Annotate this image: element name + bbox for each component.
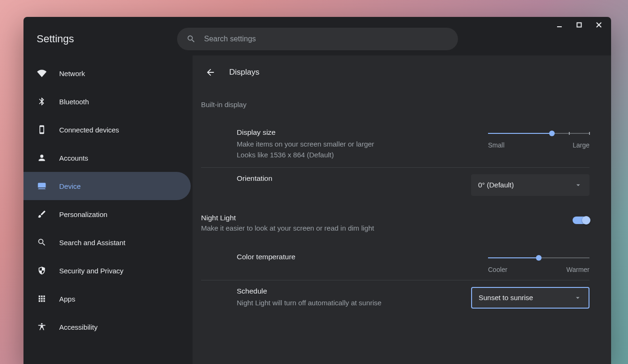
sidebar-item-apps[interactable]: Apps	[23, 285, 191, 313]
toggle-knob	[582, 216, 590, 225]
chevron-down-icon	[574, 181, 582, 189]
schedule-select[interactable]: Sunset to sunrise	[471, 287, 589, 309]
row-night-light: Night Light Make it easier to look at yo…	[201, 214, 589, 237]
bluetooth-icon	[37, 96, 47, 107]
arrow-back-icon	[205, 67, 216, 77]
row-orientation: Orientation 0° (Default)	[201, 168, 589, 202]
sidebar-item-label: Connected devices	[59, 126, 119, 134]
chevron-down-icon	[574, 294, 582, 302]
orientation-title: Orientation	[237, 174, 452, 183]
schedule-value: Sunset to sunrise	[479, 294, 533, 302]
sidebar-item-device[interactable]: Device	[23, 172, 191, 200]
display-size-slider[interactable]	[488, 130, 589, 137]
search-input[interactable]	[204, 35, 449, 43]
content-pane: Displays Built-in display Display size M…	[193, 55, 611, 364]
app-body: Network Bluetooth Connected devices Acco…	[23, 55, 611, 364]
sidebar-item-search-assistant[interactable]: Search and Assistant	[23, 228, 191, 256]
maximize-icon	[576, 22, 582, 28]
sidebar-item-label: Network	[59, 70, 85, 77]
search-icon	[186, 34, 196, 44]
sidebar-item-label: Security and Privacy	[59, 267, 124, 275]
maximize-button[interactable]	[571, 18, 588, 31]
person-icon	[37, 153, 47, 163]
wifi-icon	[37, 68, 47, 78]
page-title: Displays	[229, 68, 259, 77]
display-size-min-label: Small	[488, 141, 504, 149]
settings-window: Settings Network Bluetooth Connected dev…	[23, 17, 611, 364]
app-header: Settings	[23, 33, 611, 55]
sidebar-item-label: Apps	[59, 295, 75, 303]
svg-rect-1	[577, 23, 581, 27]
schedule-title: Schedule	[237, 287, 452, 295]
display-size-max-label: Large	[573, 141, 589, 149]
row-color-temperature: Color temperature Cooler Warmer	[201, 237, 589, 280]
minimize-icon	[556, 22, 563, 28]
color-temp-title: Color temperature	[237, 253, 469, 261]
sidebar-item-accessibility[interactable]: Accessibility	[23, 313, 191, 341]
orientation-value: 0° (Default)	[478, 181, 514, 189]
back-button[interactable]	[201, 63, 220, 82]
schedule-sub: Night Light will turn off automatically …	[237, 297, 452, 308]
close-icon	[596, 22, 602, 28]
row-display-size: Display size Make items on your screen s…	[201, 122, 589, 168]
page-header: Displays	[201, 55, 589, 101]
sidebar-item-label: Bluetooth	[59, 98, 89, 106]
shield-icon	[37, 265, 47, 276]
night-light-title: Night Light	[201, 214, 374, 222]
night-light-sub: Make it easier to look at your screen or…	[201, 224, 374, 232]
sidebar-item-label: Accessibility	[59, 323, 98, 331]
sidebar-item-accounts[interactable]: Accounts	[23, 144, 191, 172]
section-label-built-in: Built-in display	[201, 101, 589, 108]
close-button[interactable]	[590, 18, 607, 31]
search-icon	[37, 237, 47, 248]
color-temp-min-label: Cooler	[488, 266, 507, 273]
color-temp-max-label: Warmer	[566, 266, 589, 273]
display-size-title: Display size	[237, 128, 469, 137]
sidebar-item-network[interactable]: Network	[23, 59, 191, 87]
app-title: Settings	[37, 33, 74, 45]
sidebar-item-label: Personalization	[59, 210, 108, 218]
sidebar-item-bluetooth[interactable]: Bluetooth	[23, 87, 191, 116]
sidebar-item-security-privacy[interactable]: Security and Privacy	[23, 256, 191, 285]
sidebar-item-label: Accounts	[59, 154, 88, 162]
search-field[interactable]	[177, 28, 458, 50]
brush-icon	[37, 209, 47, 219]
apps-icon	[37, 294, 47, 304]
row-schedule: Schedule Night Light will turn off autom…	[201, 280, 589, 315]
minimize-button[interactable]	[551, 18, 568, 31]
sidebar-item-label: Device	[59, 182, 81, 190]
display-size-sub2: Looks like 1536 x 864 (Default)	[237, 149, 469, 160]
laptop-icon	[37, 181, 47, 191]
phone-icon	[37, 124, 47, 135]
accessibility-icon	[37, 322, 47, 332]
color-temp-slider[interactable]	[488, 255, 589, 261]
sidebar-item-connected-devices[interactable]: Connected devices	[23, 116, 191, 144]
sidebar-item-personalization[interactable]: Personalization	[23, 200, 191, 228]
display-size-sub1: Make items on your screen smaller or lar…	[237, 139, 469, 149]
orientation-select[interactable]: 0° (Default)	[471, 174, 589, 196]
night-light-toggle[interactable]	[573, 217, 589, 224]
sidebar: Network Bluetooth Connected devices Acco…	[23, 55, 193, 364]
sidebar-item-label: Search and Assistant	[59, 239, 125, 247]
